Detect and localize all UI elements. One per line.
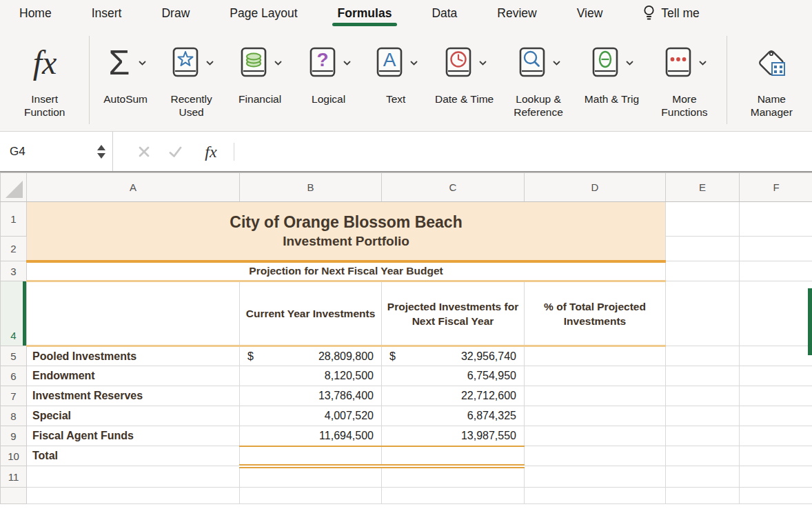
cell-a7[interactable]: Investment Reserves (27, 386, 240, 406)
column-header-b[interactable]: B (240, 173, 382, 202)
cell-c11[interactable] (382, 466, 525, 488)
date-time-button[interactable]: Date & Time (429, 26, 500, 131)
title-merged-cell[interactable]: City of Orange Blossom Beach Investment … (27, 202, 666, 261)
row-header-2[interactable]: 2 (1, 237, 27, 261)
tab-insert[interactable]: Insert (92, 6, 122, 21)
cell-d10[interactable] (525, 446, 666, 466)
text-button[interactable]: A Text (363, 26, 429, 131)
logical-button[interactable]: ? Logical (294, 26, 363, 131)
cell-a6[interactable]: Endowment (27, 366, 240, 386)
tab-data[interactable]: Data (432, 6, 457, 21)
cell-d9[interactable] (525, 426, 666, 446)
cell-a4[interactable] (27, 281, 240, 346)
cell-b9[interactable]: 11,694,500 (240, 426, 382, 446)
cell-d7[interactable] (525, 386, 666, 406)
cell-c10[interactable] (382, 446, 525, 466)
cell-a8[interactable]: Special (27, 406, 240, 426)
name-box-value[interactable]: G4 (10, 145, 97, 159)
cell-d5[interactable] (525, 346, 666, 366)
chevron-down-icon[interactable] (274, 61, 282, 66)
cell-f2[interactable] (740, 237, 812, 261)
spinner-up-icon[interactable] (97, 145, 105, 150)
cell-f3[interactable] (740, 261, 812, 281)
cell-e1[interactable] (666, 202, 740, 237)
row-header-3[interactable]: 3 (1, 261, 27, 281)
chevron-down-icon[interactable] (626, 61, 633, 66)
cell-a5[interactable]: Pooled Investments (27, 346, 240, 366)
enter-check-icon[interactable] (168, 146, 183, 158)
column-header-e[interactable]: E (666, 173, 740, 202)
cell-e6[interactable] (666, 366, 740, 386)
cell-a9[interactable]: Fiscal Agent Funds (27, 426, 240, 446)
tell-me-button[interactable]: Tell me (642, 5, 699, 21)
cell-e8[interactable] (666, 406, 740, 426)
cell-e10[interactable] (666, 446, 740, 466)
spinner-down-icon[interactable] (97, 153, 105, 159)
chevron-down-icon[interactable] (699, 61, 707, 66)
cell-e11[interactable] (666, 466, 740, 488)
financial-button[interactable]: Financial (225, 26, 294, 131)
cell-c8[interactable]: 6,874,325 (382, 406, 525, 426)
cell-c7[interactable]: 22,712,600 (382, 386, 525, 406)
row-header-9[interactable]: 9 (1, 426, 27, 446)
cell-f5[interactable] (740, 346, 812, 366)
lookup-reference-button[interactable]: Lookup & Reference (500, 26, 576, 131)
insert-function-fx-icon[interactable]: fx (201, 142, 221, 161)
recently-used-button[interactable]: Recently Used (157, 26, 225, 131)
cell-d4[interactable]: % of Total Projected Investments (525, 281, 666, 346)
more-functions-button[interactable]: More Functions (647, 26, 722, 131)
tab-review[interactable]: Review (497, 6, 536, 21)
cell-c12[interactable] (382, 488, 525, 504)
cell-b7[interactable]: 13,786,400 (240, 386, 382, 406)
row-header-6[interactable]: 6 (1, 366, 27, 386)
cell-f6[interactable] (740, 366, 812, 386)
cell-f9[interactable] (740, 426, 812, 446)
cell-e5[interactable] (666, 346, 740, 366)
cell-c4[interactable]: Projected Investments for Next Fiscal Ye… (382, 281, 525, 346)
cell-f10[interactable] (740, 446, 812, 466)
chevron-down-icon[interactable] (553, 61, 560, 66)
cell-b11[interactable] (240, 466, 382, 488)
cell-f11[interactable] (740, 466, 812, 488)
cell-f1[interactable] (740, 202, 812, 237)
cell-b6[interactable]: 8,120,500 (240, 366, 382, 386)
cell-a10[interactable]: Total (27, 446, 240, 466)
row-header-4[interactable]: 4 (1, 281, 27, 346)
cell-c6[interactable]: 6,754,950 (382, 366, 525, 386)
row-header-12[interactable] (1, 488, 27, 504)
cell-f4[interactable] (740, 281, 812, 346)
select-all-button[interactable] (1, 173, 27, 202)
cell-e2[interactable] (666, 237, 740, 261)
math-trig-button[interactable]: Math & Trig (577, 26, 647, 131)
cell-b10[interactable] (240, 446, 382, 466)
cell-b4[interactable]: Current Year Investments (240, 281, 382, 346)
insert-function-button[interactable]: fx Insert Function (4, 26, 85, 131)
cell-d11[interactable] (525, 466, 666, 488)
tab-home[interactable]: Home (19, 6, 52, 21)
name-manager-button[interactable]: Name Manager (731, 26, 812, 131)
autosum-button[interactable]: Σ AutoSum (94, 26, 157, 131)
cell-f8[interactable] (740, 406, 812, 426)
name-box[interactable]: G4 (0, 132, 113, 171)
chevron-down-icon[interactable] (206, 61, 214, 66)
cell-a11[interactable] (27, 466, 240, 488)
cell-d12[interactable] (525, 488, 666, 504)
cell-c5[interactable]: $32,956,740 (382, 346, 525, 366)
row-header-5[interactable]: 5 (1, 346, 27, 366)
cell-e12[interactable] (666, 488, 740, 504)
chevron-down-icon[interactable] (343, 61, 351, 66)
chevron-down-icon[interactable] (479, 61, 487, 66)
cell-b12[interactable] (240, 488, 382, 504)
formula-input[interactable] (234, 132, 812, 171)
cell-e3[interactable] (666, 261, 740, 281)
row-header-7[interactable]: 7 (1, 386, 27, 406)
cell-e9[interactable] (666, 426, 740, 446)
row-header-11[interactable]: 11 (1, 466, 27, 488)
cell-e4[interactable] (666, 281, 740, 346)
tab-formulas[interactable]: Formulas (338, 6, 392, 21)
cell-d8[interactable] (525, 406, 666, 426)
column-header-d[interactable]: D (525, 173, 666, 202)
cancel-icon[interactable] (138, 146, 150, 158)
tab-page-layout[interactable]: Page Layout (230, 6, 297, 21)
cell-b5[interactable]: $28,809,800 (240, 346, 382, 366)
